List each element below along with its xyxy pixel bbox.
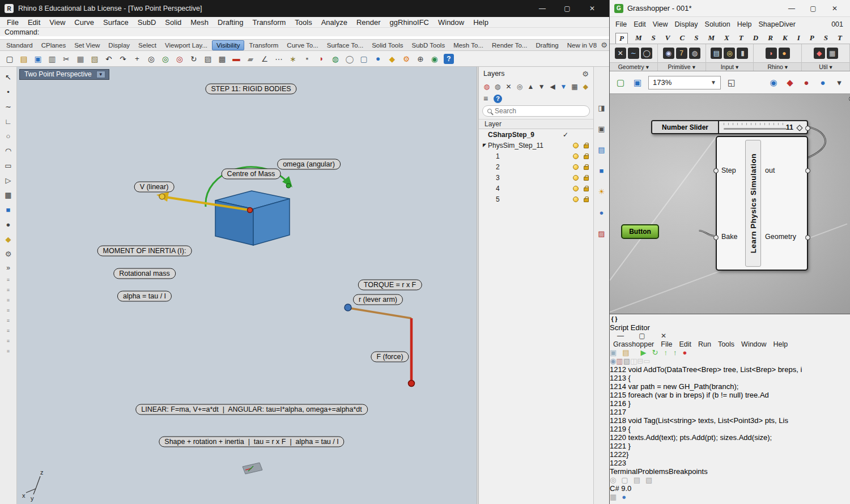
zoom-dropdown-icon[interactable]: ▼	[711, 79, 716, 86]
gh-category-tab-p-13[interactable]: P	[808, 33, 817, 44]
materials-panel-icon[interactable]: ●	[597, 208, 606, 217]
se-menu-tools[interactable]: Tools	[715, 340, 738, 348]
rhino-tab-viewport-lay[interactable]: Viewport Lay...	[161, 41, 211, 50]
force-endpoint-sphere[interactable]	[409, 381, 415, 387]
close-button[interactable]: ✕	[824, 5, 845, 12]
hatch-icon[interactable]: ▨	[203, 54, 213, 64]
rhino-shell-icon[interactable]: ◗	[766, 48, 777, 59]
script-editor-titlebar[interactable]: { } Script Editor — ▢ ✕	[610, 314, 850, 340]
collapsed-toolbar-item[interactable]: ≡	[5, 328, 12, 333]
code-line-1219[interactable]: 1219 {	[610, 425, 850, 433]
layer-row-physsim-step-11[interactable]: ◤PhysSim_Step_11	[479, 140, 593, 151]
paint-bucket-icon[interactable]: ◆	[582, 82, 589, 91]
gh-category-tab-s-5[interactable]: S	[692, 33, 700, 44]
collapsed-toolbar-item[interactable]: ≡	[5, 339, 12, 343]
open-script-icon[interactable]: ▤	[622, 348, 629, 357]
world-icon[interactable]: ◉	[430, 54, 440, 64]
primitive-data-icon[interactable]: ◍	[689, 48, 700, 59]
code-line-1216[interactable]: 1216 }	[610, 399, 850, 408]
match-layer-icon[interactable]: ◎	[516, 82, 523, 91]
rhino-tab-visibility[interactable]: Visibility	[212, 40, 244, 50]
layers-search-input[interactable]	[495, 107, 585, 115]
maximize-button[interactable]: ▢	[802, 5, 824, 12]
util-grid-icon[interactable]: ▦	[827, 48, 838, 59]
zoom-selection-icon[interactable]: ◱	[725, 76, 738, 89]
open-file-icon[interactable]: ▤	[19, 54, 29, 64]
layout-rows-icon[interactable]: ⊟	[637, 357, 643, 365]
layer-row-csharpstep-9[interactable]: CSharpStep_9✓	[479, 129, 593, 140]
boxedit-panel-icon[interactable]: ■	[597, 166, 606, 176]
rhino-tab-set-view[interactable]: Set View	[70, 41, 104, 50]
minimize-button[interactable]: —	[530, 5, 555, 12]
run-button[interactable]: ▶	[641, 348, 647, 357]
sphere-tool-icon[interactable]: ●	[4, 220, 13, 229]
input-bake-port[interactable]	[713, 235, 719, 240]
gh-category-tab-r-10[interactable]: R	[766, 33, 775, 44]
preview-eye-icon[interactable]: ◉	[767, 76, 780, 89]
se-menu-file[interactable]: File	[657, 340, 675, 348]
gh-category-tab-k-11[interactable]: K	[780, 33, 790, 44]
new-sublayer-icon[interactable]: ◍	[494, 82, 501, 91]
input-panel-icon[interactable]: ▮	[737, 48, 748, 59]
rhino-tab-surface-to[interactable]: Surface To...	[323, 41, 367, 50]
code-line-1218[interactable]: 1218 void Tag(List<string> texts, List<P…	[610, 416, 850, 425]
code-line-1213[interactable]: 1213 {	[610, 374, 850, 382]
restart-icon[interactable]: ↻	[652, 348, 658, 357]
save-definition-icon[interactable]: ▣	[631, 76, 644, 89]
gh-category-tab-m-1[interactable]: M	[633, 33, 644, 44]
open-file-icon[interactable]: ▤	[634, 476, 640, 484]
button-component[interactable]: Button	[621, 224, 659, 239]
rhino-menu-drafting[interactable]: Drafting	[213, 18, 248, 27]
print-icon[interactable]: ▥	[47, 54, 57, 64]
collapsed-toolbar-item[interactable]: ≡	[5, 288, 12, 292]
gh-menu-file[interactable]: File	[612, 20, 630, 28]
velocity-handle-sphere[interactable]	[159, 194, 165, 199]
new-file-icon[interactable]: ▢	[621, 476, 628, 484]
layout-single-icon[interactable]: ▭	[643, 357, 650, 365]
move-up-icon[interactable]: ▲	[527, 82, 534, 91]
viewport-title-chip[interactable]: Two Point Perspective ▼	[19, 69, 109, 80]
docs-icon[interactable]: ▥	[616, 357, 623, 365]
layer-visibility-bulb-icon[interactable]	[573, 164, 579, 170]
layer-row-3[interactable]: 3	[479, 172, 593, 183]
layer-lock-icon[interactable]	[584, 187, 589, 191]
gh-menu-help[interactable]: Help	[734, 20, 755, 28]
gh-category-tab-m-6[interactable]: M	[706, 33, 717, 44]
plane-icon[interactable]: ▰	[245, 54, 256, 64]
ground-plane[interactable]	[243, 463, 262, 474]
code-line-1220[interactable]: 1220 texts.Add(text); pts.Add(pt); sizes…	[610, 433, 850, 442]
close-button[interactable]: ✕	[580, 5, 605, 12]
pivot-sphere[interactable]	[345, 304, 351, 311]
command-bar[interactable]: Command:	[0, 27, 609, 36]
gh-category-tab-t-8[interactable]: T	[737, 33, 746, 44]
shaded-preview-icon[interactable]: ●	[817, 76, 829, 89]
palette-group-label[interactable]: Geometry▾	[610, 62, 657, 71]
earth-icon[interactable]: ◍	[330, 54, 341, 64]
se-menu-run[interactable]: Run	[695, 340, 715, 348]
save-icon[interactable]: ▣	[33, 54, 43, 64]
api-icon[interactable]: ●	[622, 493, 626, 501]
gh-category-tab-p-0[interactable]: P	[615, 33, 628, 44]
rhino-menu-tools[interactable]: Tools	[290, 18, 316, 27]
grasshopper-titlebar[interactable]: G Grasshopper - 001* — ▢ ✕	[610, 0, 850, 17]
dots-icon[interactable]: ⋯	[274, 54, 284, 64]
rhino-menu-edit[interactable]: Edit	[23, 18, 45, 27]
preview-dropdown-icon[interactable]: ▾	[833, 76, 845, 89]
number-slider-component[interactable]: Number Slider 11	[651, 120, 808, 134]
collapsed-toolbar-item[interactable]: ≡	[5, 277, 12, 282]
car-icon[interactable]: ▬	[231, 54, 241, 64]
material-preview-icon[interactable]: ●	[800, 76, 813, 89]
zoom-selector[interactable]: 173% ▼	[648, 76, 721, 89]
layer-row-1[interactable]: 1	[479, 151, 593, 161]
layer-row-2[interactable]: 2	[479, 161, 593, 172]
learn-physics-simulation-component[interactable]: Step Bake Learn Physics Simulation out G…	[716, 136, 808, 271]
gh-category-tab-i-12[interactable]: I	[795, 33, 802, 44]
arc-tool-icon[interactable]: ◠	[4, 146, 13, 155]
rotate-view-icon[interactable]: ↻	[189, 54, 199, 64]
rhino-menu-mesh[interactable]: Mesh	[186, 18, 213, 27]
select-tool-icon[interactable]: ↖	[4, 72, 13, 82]
settings-tool-icon[interactable]: ⚙	[4, 249, 13, 258]
rhino-menu-transform[interactable]: Transform	[248, 18, 291, 27]
palette-group-label[interactable]: Rhino▾	[754, 62, 801, 71]
code-editor[interactable]: 1212 void AddTo(DataTree<Brep> tree, Lis…	[610, 365, 850, 467]
